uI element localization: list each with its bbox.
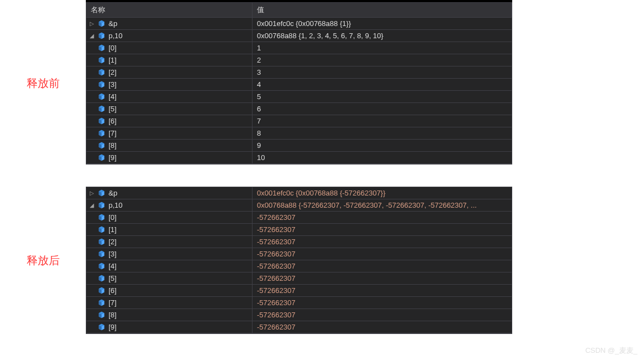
watch-value-cell[interactable]: -572662307 [253, 260, 512, 272]
watch-value-cell[interactable]: -572662307 [253, 272, 512, 284]
watch-value-cell[interactable]: -572662307 [253, 285, 512, 296]
watch-value-cell[interactable]: -572662307 [253, 224, 512, 235]
col-header-name[interactable]: 名称 [86, 3, 253, 17]
variable-name: [1] [109, 56, 116, 64]
label-after: 释放后 [0, 253, 86, 268]
watch-value-cell[interactable]: -572662307 [253, 309, 512, 321]
watch-row[interactable]: [2]3 [86, 66, 512, 79]
variable-name: [4] [109, 92, 116, 101]
variable-icon [97, 287, 105, 295]
variable-icon [97, 20, 105, 28]
watch-value-cell[interactable]: 7 [253, 115, 512, 127]
watch-row[interactable]: [3]4 [86, 79, 512, 91]
watch-name-cell[interactable]: [9] [86, 321, 253, 333]
watch-name-cell[interactable]: ◢p,10 [86, 199, 253, 211]
watch-value-cell[interactable]: 0x00768a88 {-572662307, -572662307, -572… [253, 199, 512, 211]
variable-icon [97, 56, 105, 64]
expander-icon[interactable]: ▷ [89, 190, 95, 197]
watch-value-cell[interactable]: 1 [253, 42, 512, 54]
watch-value-cell[interactable]: 0x001efc0c {0x00768a88 {1}} [253, 18, 512, 29]
watch-row[interactable]: [9]10 [86, 152, 512, 164]
variable-name: [7] [109, 129, 116, 137]
watch-value-cell[interactable]: 0x001efc0c {0x00768a88 {-572662307}} [253, 187, 512, 199]
watch-row[interactable]: ▷&p0x001efc0c {0x00768a88 {1}} [86, 18, 512, 30]
watch-name-cell[interactable]: [2] [86, 236, 253, 248]
watch-value-cell[interactable]: -572662307 [253, 321, 512, 333]
watch-name-cell[interactable]: [3] [86, 79, 253, 90]
variable-icon [97, 263, 105, 270]
watch-value-cell[interactable]: 0x00768a88 {1, 2, 3, 4, 5, 6, 7, 8, 9, 1… [253, 30, 512, 42]
watch-row[interactable]: [7]-572662307 [86, 297, 512, 309]
watch-row[interactable]: [7]8 [86, 127, 512, 140]
watch-name-cell[interactable]: [7] [86, 127, 253, 139]
variable-name: &p [109, 189, 117, 197]
watch-value-cell[interactable]: -572662307 [253, 236, 512, 248]
watch-name-cell[interactable]: [7] [86, 297, 253, 308]
watch-row[interactable]: [4]-572662307 [86, 260, 512, 272]
section-before: 释放前 名称值▷&p0x001efc0c {0x00768a88 {1}}◢p,… [0, 2, 644, 164]
watch-name-cell[interactable]: ◢p,10 [86, 30, 253, 42]
watch-name-cell[interactable]: ▷&p [86, 187, 253, 199]
variable-icon [97, 226, 105, 234]
watch-row[interactable]: [8]-572662307 [86, 309, 512, 321]
watch-name-cell[interactable]: [4] [86, 91, 253, 102]
watch-value-cell[interactable]: -572662307 [253, 297, 512, 308]
expander-icon[interactable]: ◢ [89, 202, 95, 209]
variable-icon [97, 299, 105, 307]
watch-name-cell[interactable]: [5] [86, 272, 253, 284]
watch-row[interactable]: [3]-572662307 [86, 248, 512, 260]
watch-row[interactable]: [1]2 [86, 54, 512, 66]
variable-name: [8] [109, 311, 116, 319]
watch-row[interactable]: ▷&p0x001efc0c {0x00768a88 {-572662307}} [86, 187, 512, 199]
variable-name: p,10 [109, 201, 122, 209]
col-header-value[interactable]: 值 [253, 3, 512, 17]
watch-panel-after: ▷&p0x001efc0c {0x00768a88 {-572662307}}◢… [86, 187, 512, 334]
watch-value-cell[interactable]: 5 [253, 91, 512, 102]
variable-icon [97, 202, 105, 209]
watch-name-cell[interactable]: [9] [86, 152, 253, 163]
watch-row[interactable]: [8]9 [86, 140, 512, 152]
watch-value-cell[interactable]: -572662307 [253, 212, 512, 223]
watch-row[interactable]: [0]-572662307 [86, 212, 512, 224]
variable-name: [5] [109, 105, 116, 113]
watch-value-cell[interactable]: 8 [253, 127, 512, 139]
variable-name: [2] [109, 68, 116, 76]
expander-icon[interactable]: ◢ [89, 33, 95, 39]
watch-value-cell[interactable]: 4 [253, 79, 512, 90]
watch-row[interactable]: [1]-572662307 [86, 224, 512, 236]
watch-name-cell[interactable]: [0] [86, 42, 253, 54]
variable-name: [2] [109, 238, 116, 246]
watch-value-cell[interactable]: 10 [253, 152, 512, 163]
watch-name-cell[interactable]: [8] [86, 140, 253, 151]
watch-name-cell[interactable]: [6] [86, 115, 253, 127]
watch-value-cell[interactable]: 3 [253, 66, 512, 78]
watch-value-cell[interactable]: -572662307 [253, 248, 512, 260]
watch-row[interactable]: [5]6 [86, 103, 512, 115]
watch-row[interactable]: [0]1 [86, 42, 512, 54]
watch-value-cell[interactable]: 6 [253, 103, 512, 115]
watch-name-cell[interactable]: [2] [86, 66, 253, 78]
watch-row[interactable]: [6]-572662307 [86, 285, 512, 297]
watch-row[interactable]: [4]5 [86, 91, 512, 103]
watch-row[interactable]: ◢p,100x00768a88 {1, 2, 3, 4, 5, 6, 7, 8,… [86, 30, 512, 42]
watch-row[interactable]: [5]-572662307 [86, 272, 512, 285]
expander-icon[interactable]: ▷ [89, 20, 95, 27]
watch-name-cell[interactable]: [4] [86, 260, 253, 272]
watch-name-cell[interactable]: [0] [86, 212, 253, 223]
watch-name-cell[interactable]: ▷&p [86, 18, 253, 29]
watch-name-cell[interactable]: [1] [86, 54, 253, 66]
watch-row[interactable]: ◢p,100x00768a88 {-572662307, -572662307,… [86, 199, 512, 212]
variable-name: [6] [109, 117, 116, 125]
watch-name-cell[interactable]: [8] [86, 309, 253, 321]
watch-name-cell[interactable]: [1] [86, 224, 253, 235]
watch-row[interactable]: [2]-572662307 [86, 236, 512, 248]
variable-name: [7] [109, 299, 116, 307]
watch-value-cell[interactable]: 9 [253, 140, 512, 151]
watch-row[interactable]: [6]7 [86, 115, 512, 127]
watch-value-cell[interactable]: 2 [253, 54, 512, 66]
watch-name-cell[interactable]: [5] [86, 103, 253, 115]
variable-name: p,10 [109, 32, 122, 40]
watch-name-cell[interactable]: [6] [86, 285, 253, 296]
watch-name-cell[interactable]: [3] [86, 248, 253, 260]
watch-row[interactable]: [9]-572662307 [86, 321, 512, 333]
